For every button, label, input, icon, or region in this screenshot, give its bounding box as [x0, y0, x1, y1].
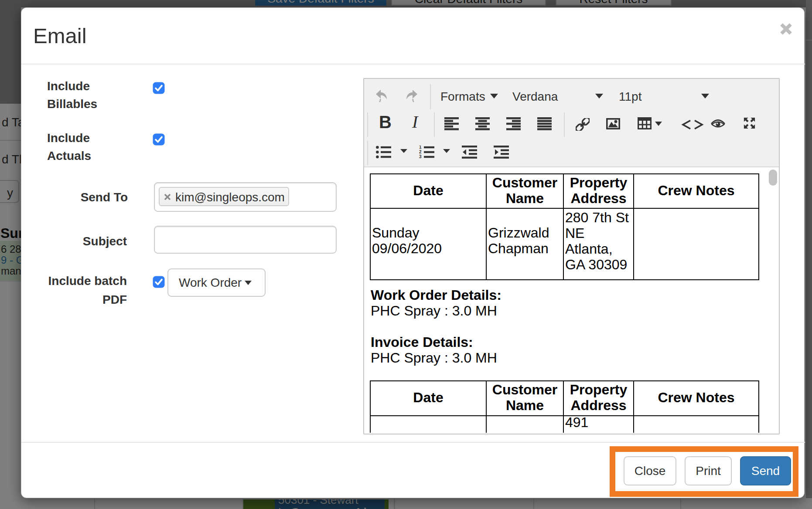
svg-text:3: 3	[419, 154, 422, 159]
svg-text:2: 2	[419, 149, 422, 154]
svg-text:1: 1	[419, 146, 422, 149]
